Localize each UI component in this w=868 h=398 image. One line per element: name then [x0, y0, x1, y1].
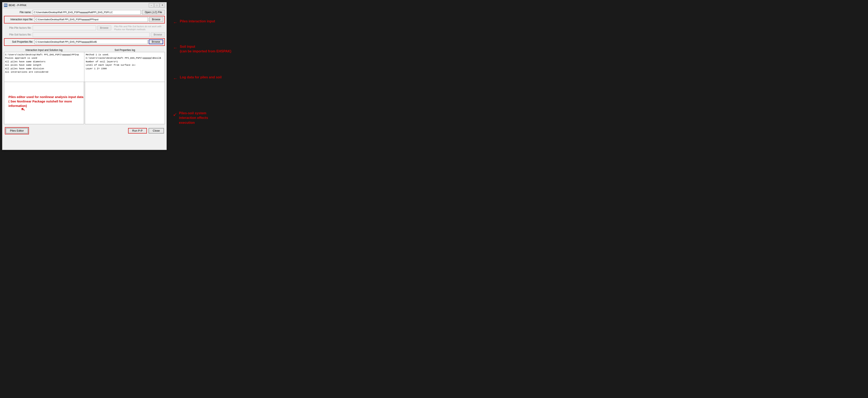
- open-lc-button[interactable]: Open (.LC) File: [142, 10, 165, 15]
- interaction-log-line-5: All piles have same division: [5, 67, 83, 70]
- callout-piles-soil-line1: Piles-soil system: [179, 111, 208, 116]
- soil-log-line-2: C:\Users\taiko\Desktop\Raft PPI_EHS_PSPI…: [86, 56, 164, 60]
- callout-piles-soil-line3: execution: [179, 120, 208, 125]
- interaction-log-line-3: All piles have same diameters: [5, 60, 83, 64]
- log-panels-top: C:\Users\taiko\Desktop\Raft PPI_EHS_PSPI…: [4, 52, 165, 82]
- log-area-bottom: Piles editor used for nonlinear analysis…: [4, 82, 165, 124]
- soil-log-line-5: Layer 1 Z= 1500: [86, 67, 164, 70]
- callout-soil-input-text: Soil input (can be imported from EHSPAK): [180, 45, 231, 54]
- piles-editor-log-panel: Piles editor used for nonlinear analysis…: [4, 82, 84, 124]
- run-pp-log-panel: [85, 82, 165, 124]
- title-bar: BE BE4E - P-PPAK − □ ✕: [2, 2, 166, 8]
- piles-editor-btn-section: Piles Editor: [5, 127, 29, 134]
- close-window-button[interactable]: ✕: [160, 3, 165, 7]
- soil-log-line-1: Method 1 is used.: [86, 53, 164, 57]
- arrow-icon-2: ←: [173, 45, 178, 51]
- footer-right: Run P-P Close: [128, 128, 164, 134]
- run-pp-button[interactable]: Run P-P: [128, 128, 147, 134]
- soil-log-line-4: Level of each layer from surface is:: [86, 63, 164, 67]
- browse-soil-button[interactable]: Browse: [149, 39, 163, 44]
- browse-pile-soil-button: Browse: [151, 32, 165, 37]
- footer-left: Piles Editor: [5, 127, 29, 134]
- soil-log-header: Soil Properties log: [85, 48, 165, 52]
- pile-soil-input: [33, 32, 150, 37]
- soil-log-panel: Method 1 is used. C:\Users\taiko\Desktop…: [85, 52, 165, 82]
- callout-piles-soil-line2: interaction effects: [179, 116, 208, 120]
- soil-props-label: Soil Properties file:: [6, 40, 33, 43]
- browse-interaction-button[interactable]: Browse: [149, 17, 163, 22]
- window-controls: − □ ✕: [149, 3, 165, 7]
- interaction-log-line-1: C:\Users\taiko\Desktop\Raft PPI_EHS_PSPI…: [5, 53, 83, 57]
- interaction-input-section: Interaction input file: Browse: [4, 16, 165, 24]
- main-window: BE BE4E - P-PPAK − □ ✕ File name: Open (…: [2, 2, 167, 150]
- soil-props-row: Soil Properties file: Browse: [6, 39, 163, 44]
- pile-pile-note: Pile-Pile and Pile-Soil factors do not w…: [114, 25, 165, 31]
- minimize-button[interactable]: −: [149, 3, 154, 7]
- callout-piles-soil-text: Piles-soil system interaction effects ex…: [179, 111, 208, 125]
- piles-editor-note-line2: ( See Nonlinear Package nutshell for mor…: [8, 100, 72, 108]
- callout-panel: ← Piles interaction input ← Soil input (…: [173, 2, 231, 125]
- callout-piles-interaction-text: Piles interaction input: [180, 19, 215, 24]
- piles-editor-button[interactable]: Piles Editor: [6, 128, 28, 134]
- soil-props-section: Soil Properties file: Browse: [4, 38, 165, 46]
- interaction-input-row: Interaction input file: Browse: [6, 17, 163, 22]
- browse-pile-pile-button: Browse: [97, 26, 111, 30]
- callout-log-data-text: Log data for piles and soil: [180, 75, 222, 80]
- callout-soil-line2: (can be imported from EHSPAK): [180, 49, 231, 54]
- interaction-log-header: Interaction Input and Solution log: [4, 48, 84, 52]
- footer-row: Piles Editor Run P-P Close: [4, 126, 165, 135]
- arrow-icon-4: ↙: [173, 112, 177, 117]
- close-button[interactable]: Close: [149, 128, 164, 134]
- interaction-log-line-6: All interactions are considered: [5, 70, 83, 74]
- soil-props-input[interactable]: [34, 39, 148, 44]
- pile-pile-row: Pile-Pile factors file: Browse Pile-Pile…: [4, 25, 165, 31]
- callout-log-data: ← Log data for piles and soil: [173, 75, 231, 81]
- file-name-label: File name:: [4, 11, 31, 14]
- window-body: File name: Open (.LC) File Interaction i…: [2, 8, 166, 150]
- callout-piles-interaction: ← Piles interaction input: [173, 19, 231, 25]
- piles-editor-note-line1: Piles editor used for nonlinear analysis…: [8, 95, 83, 98]
- interaction-input-field[interactable]: [34, 17, 148, 22]
- log-section: Interaction Input and Solution log Soil …: [4, 48, 165, 124]
- pile-soil-label: Pile-Soil factors file:: [4, 33, 31, 36]
- window-title: BE4E - P-PPAK: [9, 4, 149, 7]
- arrow-icon-3: ←: [173, 76, 178, 81]
- soil-log-line-3: Number of soil layers=1: [86, 60, 164, 64]
- file-name-input[interactable]: [33, 10, 141, 15]
- pile-soil-row: Pile-Soil factors file: Browse: [4, 32, 165, 37]
- file-name-row: File name: Open (.LC) File: [4, 10, 165, 15]
- interaction-input-label: Interaction input file:: [6, 18, 33, 21]
- interaction-log-panel: C:\Users\taiko\Desktop\Raft PPI_EHS_PSPI…: [4, 52, 84, 82]
- pile-pile-label: Pile-Pile factors file:: [4, 26, 31, 29]
- interaction-log-line-2: Poulos approach is used: [5, 56, 83, 60]
- maximize-button[interactable]: □: [154, 3, 159, 7]
- app-icon: BE: [4, 4, 7, 7]
- piles-editor-note: Piles editor used for nonlinear analysis…: [8, 95, 84, 108]
- pile-pile-input: [33, 26, 96, 30]
- callout-piles-soil-system: ↙ Piles-soil system interaction effects …: [173, 111, 231, 125]
- log-headers: Interaction Input and Solution log Soil …: [4, 48, 165, 52]
- arrow-icon-1: ←: [173, 20, 178, 25]
- callout-soil-input: ← Soil input (can be imported from EHSPA…: [173, 45, 231, 54]
- callout-soil-line1: Soil input: [180, 45, 231, 49]
- interaction-log-line-4: All piles have same length: [5, 63, 83, 67]
